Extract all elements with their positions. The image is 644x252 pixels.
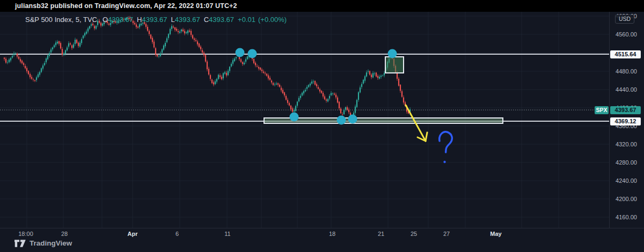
support-band[interactable]	[264, 118, 503, 123]
ohlc-open: O4393.67	[103, 16, 133, 24]
time-tick: 6	[175, 231, 179, 237]
symbol-chip: SPX	[595, 106, 609, 114]
ohlc-close: C4393.67	[204, 16, 234, 24]
time-tick: 18	[329, 231, 335, 237]
time-tick: 18:00	[18, 231, 33, 237]
current-price-badge: 4393.67	[610, 106, 641, 114]
price-tick: 4320.00	[611, 141, 641, 147]
price-tick: 4200.00	[611, 196, 641, 202]
change-percent: (+0.00%)	[258, 16, 287, 24]
tradingview-logo-text: TradingView	[30, 239, 72, 247]
price-tick: 4280.00	[611, 159, 641, 166]
time-axis-separator	[0, 228, 644, 228]
time-tick: 21	[378, 231, 384, 237]
change-value: +0.01	[238, 16, 255, 24]
publish-bar: juliansb32 published on TradingView.com,…	[0, 0, 644, 12]
symbol-title[interactable]: S&P 500 Index, 5, TVC	[25, 16, 97, 24]
price-tick: 4160.00	[611, 214, 641, 220]
chart-legend: S&P 500 Index, 5, TVC O4393.67 H4393.67 …	[25, 16, 289, 24]
candlestick-chart[interactable]	[0, 0, 644, 252]
time-tick: May	[490, 231, 501, 237]
time-tick: Apr	[128, 231, 138, 237]
watermark[interactable]: TradingView	[14, 239, 72, 247]
breakout-box[interactable]	[385, 57, 404, 73]
price-tick: 4240.00	[611, 177, 641, 184]
tradingview-snapshot: { "topbar": {"publish_info": "juliansb32…	[0, 0, 644, 252]
question-mark-annotation[interactable]	[440, 132, 452, 163]
time-tick: 27	[443, 231, 450, 237]
price-tick: 4480.00	[611, 68, 641, 75]
circle-marker	[348, 115, 357, 124]
price-tick: 4560.00	[611, 31, 641, 38]
level-lines[interactable]	[0, 54, 609, 121]
circle-marker	[337, 116, 346, 125]
time-tick: 25	[411, 231, 417, 237]
circle-marker	[248, 49, 257, 58]
level-price-badge: 4369.12	[610, 117, 641, 125]
price-tick: 4440.00	[611, 86, 641, 93]
publish-info: juliansb32 published on TradingView.com,…	[15, 2, 237, 10]
circle-markers[interactable]	[236, 48, 397, 125]
time-tick: 28	[61, 231, 68, 237]
candles-layer	[4, 16, 411, 120]
currency-badge: USD	[615, 14, 634, 24]
circle-marker	[388, 49, 397, 58]
circle-marker	[236, 48, 245, 57]
ohlc-low: L4393.67	[171, 16, 200, 24]
level-price-badge: 4515.64	[610, 50, 641, 58]
ohlc-high: H4393.67	[137, 16, 167, 24]
circle-marker	[290, 113, 299, 122]
time-tick: 11	[224, 231, 230, 237]
tradingview-logo-icon	[14, 240, 26, 247]
